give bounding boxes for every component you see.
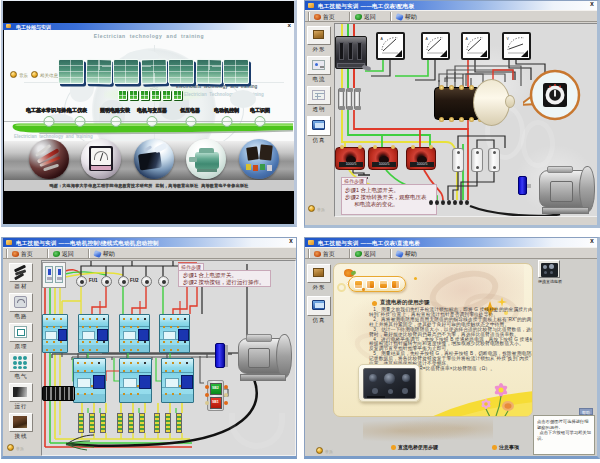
- svg-text:A: A: [466, 37, 469, 41]
- svg-text:V: V: [507, 37, 510, 41]
- svg-text:A: A: [426, 37, 429, 41]
- svg-text:A: A: [381, 37, 384, 41]
